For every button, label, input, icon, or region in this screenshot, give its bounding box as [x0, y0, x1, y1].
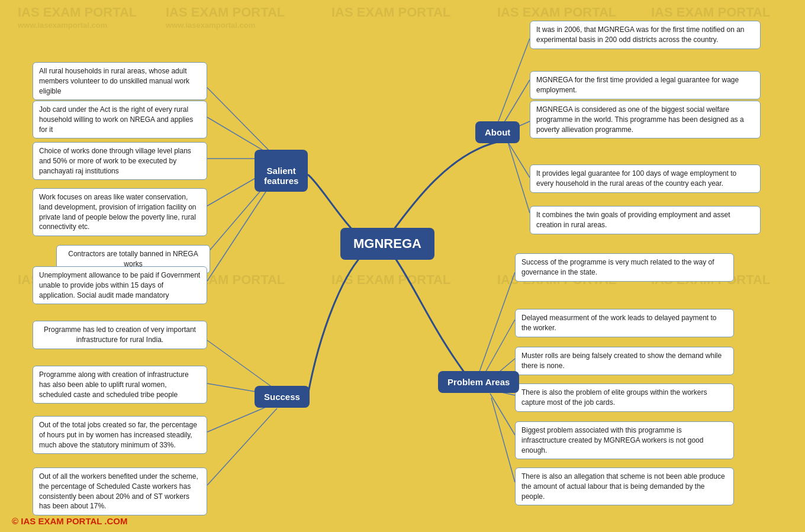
- footer: © IAS EXAM PORTAL .COM: [12, 516, 128, 526]
- salient-node-2: Job card under the Act is the right of e…: [33, 101, 207, 138]
- category-salient: Salient features: [255, 150, 308, 192]
- svg-line-19: [490, 394, 515, 435]
- svg-line-14: [207, 408, 277, 485]
- success-node-3: Out of the total jobs created so far, th…: [33, 416, 207, 454]
- salient-node-1: All rural households in rural areas, who…: [33, 62, 207, 100]
- salient-node-3: Choice of works done through village lev…: [33, 142, 207, 180]
- problem-node-3: Muster rolls are being falsely created t…: [515, 347, 734, 375]
- about-node-4: It provides legal guarantee for 100 days…: [530, 165, 761, 193]
- watermark-url-1: www.iasexamportal.com: [18, 21, 107, 30]
- success-node-4: Out of all the workers benefited under t…: [33, 467, 207, 515]
- svg-line-11: [207, 340, 277, 391]
- watermark-8: IAS EXAM PORTAL: [331, 272, 450, 288]
- svg-line-15: [479, 272, 515, 372]
- center-node: MGNREGA: [340, 228, 434, 260]
- success-node-1: Programme has led to creation of very im…: [33, 321, 207, 349]
- salient-node-6: Unemployment allowance to be paid if Gov…: [33, 266, 207, 304]
- salient-node-4: Work focuses on areas like water conserv…: [33, 188, 207, 236]
- about-node-2: MGNREGA for the first time provided a le…: [530, 71, 761, 99]
- watermark-4: IAS EXAM PORTAL: [497, 5, 616, 20]
- watermark-5: IAS EXAM PORTAL: [651, 5, 770, 20]
- svg-line-9: [506, 139, 530, 178]
- problem-node-5: Biggest problem associated with this pro…: [515, 421, 734, 459]
- watermark-3: IAS EXAM PORTAL: [331, 5, 450, 20]
- category-salient-label: Salient features: [264, 166, 298, 186]
- svg-line-16: [482, 320, 515, 378]
- svg-line-6: [497, 38, 530, 124]
- problem-node-2: Delayed measurment of the work leads to …: [515, 309, 734, 337]
- watermark-url-2: www.iasexamportal.com: [166, 21, 255, 30]
- problem-node-1: Success of the programme is very much re…: [515, 253, 734, 282]
- category-problem: Problem Areas: [438, 371, 519, 393]
- svg-line-0: [207, 88, 277, 159]
- center-label: MGNREGA: [353, 236, 421, 251]
- category-about: About: [475, 121, 520, 143]
- category-problem-label: Problem Areas: [447, 377, 510, 387]
- watermark-1: IAS EXAM PORTAL: [18, 5, 137, 20]
- problem-node-4: There is also the problem of elite group…: [515, 383, 734, 412]
- category-about-label: About: [485, 127, 510, 137]
- footer-text: © IAS EXAM PORTAL .COM: [12, 516, 128, 526]
- problem-node-6: There is also an allegation that scheme …: [515, 467, 734, 505]
- about-node-5: It combines the twin goals of providing …: [530, 206, 761, 234]
- about-node-3: MGNREGA is considered as one of the bigg…: [530, 101, 761, 138]
- svg-line-10: [508, 142, 530, 213]
- watermark-2: IAS EXAM PORTAL: [166, 5, 285, 20]
- about-node-1: It was in 2006, that MGNREGA was for the…: [530, 21, 761, 49]
- success-node-2: Programme along with creation of infrast…: [33, 366, 207, 404]
- category-success-label: Success: [264, 392, 300, 402]
- category-success: Success: [255, 386, 310, 408]
- svg-line-20: [491, 398, 515, 482]
